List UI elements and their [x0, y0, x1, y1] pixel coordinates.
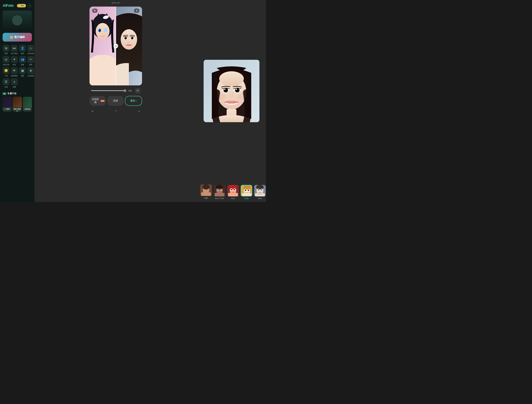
free-badge: Free	[101, 100, 105, 102]
slider-fill	[91, 90, 126, 91]
tool-adjust[interactable]: ▦ 调整	[19, 67, 26, 77]
slider-value: 100	[128, 90, 133, 92]
cancel-button[interactable]: ✕	[89, 108, 95, 114]
ai-section-title: 专属于你	[7, 92, 16, 95]
watermark: rjshe.com	[112, 2, 120, 4]
help-button[interactable]: ?	[113, 108, 119, 114]
logo-al: Al	[3, 3, 6, 7]
preview-toggle[interactable]: 👁	[135, 88, 140, 93]
ai-card-cartoon[interactable]: 智能卡通效果	[13, 97, 22, 111]
svg-point-8	[104, 28, 108, 33]
tool-face-label: 脸部	[21, 52, 24, 55]
tool-cartoon[interactable]: 😊 卡通	[3, 67, 10, 77]
ai-enhance-thumbnail	[3, 97, 12, 107]
svg-point-51	[231, 189, 232, 190]
ai-badge: AI	[3, 92, 6, 95]
tool-cartoon-label: 卡通	[4, 75, 8, 77]
profile-item-new-profile[interactable]: New Profile	[214, 185, 225, 199]
slider-area: 100 👁	[89, 85, 142, 96]
fold-icon: ∧	[11, 78, 18, 85]
tool-long-image[interactable]: ☰ 长图	[3, 78, 10, 88]
active-indicator: ●	[136, 100, 137, 102]
split-handle[interactable]: ◁▷	[114, 44, 118, 48]
svg-point-24	[219, 71, 244, 86]
profile-avatar-original	[200, 184, 212, 196]
before-image	[89, 6, 116, 85]
svg-point-45	[221, 189, 222, 191]
hd-icon: HD	[11, 45, 18, 52]
svg-point-7	[99, 30, 100, 30]
avatar-circle	[12, 15, 22, 25]
intensity-slider[interactable]	[91, 90, 126, 91]
tool-collage-label: 拼图	[4, 52, 8, 55]
svg-point-28	[224, 89, 225, 90]
profile-name-male: Male	[258, 197, 262, 199]
profile-item-myth[interactable]: Myth	[227, 185, 239, 199]
tool-grid: ⊞ 拼图 HD 照片增强 👤 脸部 ◇ 去除杂物 ◎ 祛痘祛斑 ✦ 身体 👥 形…	[3, 45, 32, 88]
ai-cartoon-thumbnail	[13, 97, 22, 107]
svg-point-58	[245, 190, 246, 191]
ai-card-remove[interactable]: 去除杂物	[23, 97, 32, 111]
tool-body-label: 身体	[13, 64, 16, 66]
mode-soft-light[interactable]: 柔光 ●	[125, 96, 142, 106]
svg-point-9	[102, 33, 103, 34]
middle-panel: rjshe.com 前 后	[34, 0, 197, 202]
collage-icon: ⊞	[3, 45, 10, 52]
svg-point-38	[203, 184, 210, 190]
svg-point-44	[218, 189, 219, 191]
tool-collage[interactable]: ⊞ 拼图	[3, 45, 10, 55]
profile-avatar-smile	[241, 185, 252, 196]
profile-item-smile[interactable]: Smile	[241, 185, 252, 199]
tool-style[interactable]: 👥 形象	[19, 56, 26, 66]
profile-item-original[interactable]: 原图	[200, 184, 212, 199]
profile-avatar-new-profile	[214, 185, 225, 196]
tool-fold[interactable]: ∧ 折叠	[11, 78, 18, 88]
tool-free-collage[interactable]: ⊕ 自由拼图	[27, 67, 34, 77]
ai-remove-thumbnail	[23, 97, 32, 107]
tool-blemish[interactable]: ◎ 祛痘祛斑	[3, 56, 10, 66]
blemish-icon: ◎	[3, 56, 10, 63]
tool-adjust-label: 调整	[21, 75, 24, 77]
tool-face-tune-label: 面部微调	[11, 75, 18, 77]
tool-hd[interactable]: HD 照片增强	[11, 45, 18, 55]
ai-card-enhance[interactable]: AI 增强	[3, 97, 12, 111]
face-icon: 👤	[19, 45, 26, 52]
cutout-icon: ✂	[27, 56, 34, 63]
tool-face-tune[interactable]: 👁 面部微调	[11, 67, 18, 77]
slider-thumb[interactable]	[124, 89, 126, 92]
style-icon: 👥	[19, 56, 26, 63]
svg-point-52	[234, 189, 235, 190]
svg-point-61	[249, 191, 251, 192]
result-area	[197, 0, 266, 182]
profile-selector: 原图 New Profile	[197, 182, 266, 202]
cta-icon: 🖼️	[10, 36, 13, 39]
body-icon: ✦	[11, 56, 18, 63]
tool-long-image-label: 长图	[4, 86, 8, 88]
pro-badge[interactable]: 👑 Pro	[17, 4, 26, 7]
tool-fold-label: 折叠	[13, 86, 16, 88]
confirm-button[interactable]: ✓	[136, 108, 142, 114]
profile-name-new-profile: New Profile	[215, 197, 224, 199]
tool-remove-object[interactable]: ◇ 去除杂物	[27, 45, 34, 55]
tool-face[interactable]: 👤 脸部	[19, 45, 26, 55]
after-image	[116, 6, 142, 85]
svg-point-41	[216, 185, 223, 190]
tool-body[interactable]: ✦ 身体	[11, 56, 18, 66]
user-avatar-area	[3, 11, 32, 30]
photo-edit-button[interactable]: 🖼️ 图片编辑	[3, 33, 32, 42]
tool-cutout[interactable]: ✂ 抠图	[27, 56, 34, 66]
svg-point-2	[96, 23, 109, 39]
mode-hd-beauty[interactable]: 高清美颜 Free	[89, 96, 106, 106]
settings-button[interactable]: ⬡	[27, 3, 32, 8]
profile-item-male[interactable]: Male	[254, 185, 266, 199]
tool-style-label: 形象	[21, 64, 24, 66]
svg-point-32	[236, 89, 237, 90]
remove-object-icon: ◇	[27, 45, 34, 52]
svg-point-69	[261, 189, 262, 191]
ai-section-header: AI 专属于你	[3, 92, 32, 95]
tool-hd-label: 照片增强	[11, 52, 18, 55]
app-logo: AlFoto	[3, 3, 14, 8]
mode-texture[interactable]: 质感	[107, 96, 124, 106]
ai-enhance-label: AI 增强	[3, 107, 12, 111]
profile-name-smile: Smile	[244, 197, 249, 199]
